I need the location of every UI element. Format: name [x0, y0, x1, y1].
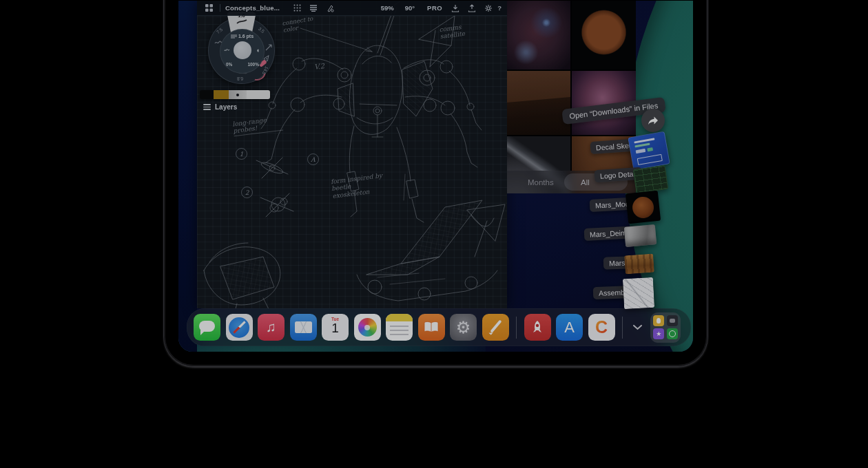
ipad-screen: connect to color comms satellite V.2 lon… — [178, 1, 693, 352]
pro-badge[interactable]: PRO — [427, 4, 442, 12]
dock-app-safari[interactable] — [226, 314, 253, 341]
pressure-icon — [224, 47, 230, 53]
swatch-black[interactable] — [200, 90, 214, 99]
color-preview-swatch[interactable] — [234, 41, 251, 59]
wallpaper-left-strip — [178, 1, 197, 352]
pen-icon — [490, 319, 502, 332]
dock-app-app-store[interactable]: A — [556, 314, 583, 341]
gear-icon: ⚙ — [456, 318, 471, 337]
dock-app-linea[interactable] — [482, 314, 509, 341]
ipad-device-frame: connect to color comms satellite V.2 lon… — [163, 0, 708, 367]
swatch-gold[interactable] — [214, 90, 229, 99]
layers-button[interactable]: Layers — [203, 103, 237, 111]
photo-grid — [507, 1, 636, 193]
brush-size-6-8[interactable]: 6.8 — [237, 76, 243, 81]
pen-selector-icon[interactable] — [324, 3, 336, 14]
open-book-icon — [423, 321, 440, 334]
swatch-light[interactable] — [247, 90, 270, 99]
export-icon[interactable] — [466, 3, 478, 14]
concepts-toolbar: Concepts_blue... 59% 90° PRO — [197, 1, 507, 16]
rocket-icon — [529, 319, 546, 336]
annotation-marker-1: 1 — [236, 148, 247, 160]
rotation-angle[interactable]: 90° — [405, 4, 415, 12]
pencil-brush-icon — [236, 19, 248, 25]
contrast-icon: ◐ — [257, 47, 260, 54]
app-store-glyph: A — [564, 319, 575, 337]
layers-menu-icon[interactable] — [307, 3, 320, 14]
photo-mars-hills[interactable] — [507, 71, 570, 135]
music-note-icon: ♫ — [266, 319, 276, 335]
help-button[interactable]: ? — [497, 4, 502, 12]
notes-header — [386, 314, 413, 321]
stroke-width-value: 1.6 pts — [220, 34, 264, 39]
photos-filter-bar: Months All — [507, 171, 636, 193]
concepts-app-window: connect to color comms satellite V.2 lon… — [197, 1, 507, 308]
opacity-min: 0% — [226, 62, 232, 67]
stroke-lines-icon — [231, 34, 237, 39]
dock: ♫ Tue 1 ⚙ A C — [187, 308, 691, 346]
dock-app-concepts[interactable]: C — [588, 314, 615, 341]
dock-app-photos[interactable] — [354, 314, 381, 341]
photo-horsehead-nebula[interactable] — [507, 1, 570, 70]
opacity-max: 100% — [247, 62, 259, 67]
swatch-selection-dot — [236, 94, 239, 96]
dock-app-calendar[interactable]: Tue 1 — [322, 314, 349, 341]
settings-gear-icon[interactable] — [482, 3, 495, 14]
dock-app-messages[interactable] — [194, 314, 220, 341]
dock-app-notes[interactable] — [386, 314, 413, 341]
layers-list-icon — [203, 104, 211, 110]
dock-app-books[interactable] — [418, 314, 445, 341]
dock-app-settings[interactable]: ⚙ — [450, 314, 477, 341]
document-title[interactable]: Concepts_blue... — [225, 4, 280, 12]
zoom-level[interactable]: 59% — [381, 4, 394, 12]
precision-grid-icon[interactable] — [291, 3, 303, 14]
arrow-tool-icon[interactable] — [265, 43, 273, 51]
annotation-version: V.2 — [313, 62, 324, 71]
dock-divider — [516, 317, 517, 339]
star-mini-icon: ★ — [653, 328, 664, 339]
concepts-c-glyph: C — [595, 317, 608, 337]
filter-all-pill[interactable]: All — [564, 173, 628, 191]
dock-suggested-apps[interactable]: ★ — [650, 312, 681, 343]
camera-mini-icon — [667, 315, 678, 326]
layers-label: Layers — [215, 103, 237, 111]
dock-app-mail[interactable] — [290, 314, 317, 341]
lightbulb-mini-icon — [653, 315, 664, 326]
calendar-day: 1 — [322, 321, 349, 335]
color-swatch-bar[interactable] — [200, 90, 270, 99]
gallery-grid-icon[interactable] — [203, 3, 215, 14]
record-mini-icon — [667, 328, 678, 339]
filter-months[interactable]: Months — [528, 178, 554, 187]
annotation-marker-a: A — [307, 153, 319, 165]
dock-app-music[interactable]: ♫ — [258, 314, 285, 341]
annotation-marker-2: 2 — [241, 187, 253, 198]
toolbar-divider — [220, 4, 220, 12]
photos-app-window: Months All — [507, 1, 636, 193]
photo-orion-nebula[interactable] — [572, 71, 636, 135]
chevron-down-icon — [632, 324, 643, 330]
photo-mars-globe[interactable] — [572, 1, 636, 70]
filter-all: All — [581, 178, 590, 187]
brush-wheel[interactable]: 1.6 7.5 3.5 14.5 6.8 1.6 pts — [208, 17, 275, 84]
brush-wheel-center[interactable]: 1.6 pts ◐ 0% 100% — [220, 29, 265, 74]
dock-collapse-button[interactable] — [630, 314, 645, 341]
import-icon[interactable] — [449, 3, 462, 14]
dock-app-rocket[interactable] — [524, 314, 551, 341]
dock-divider — [622, 317, 623, 339]
chat-bubble-icon — [199, 321, 215, 332]
